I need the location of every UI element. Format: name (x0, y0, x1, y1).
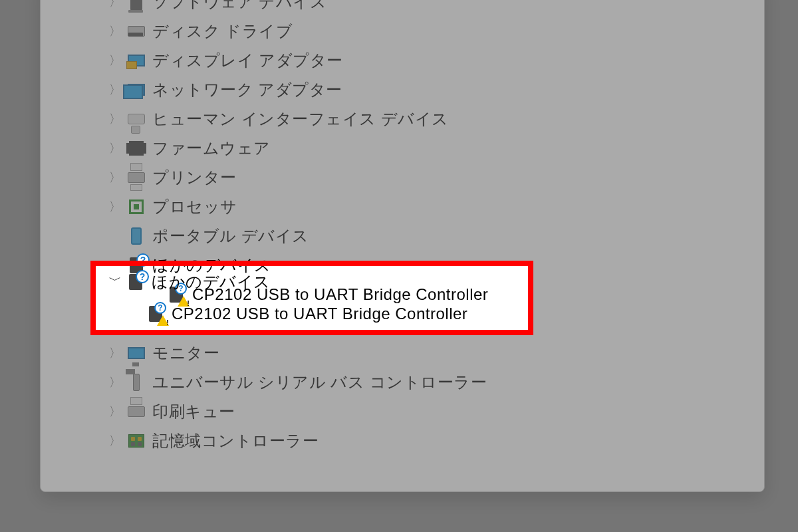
chevron-right-icon[interactable]: 〉 (107, 0, 123, 10)
tree-item-display-adapters[interactable]: 〉 ディスプレイ アダプター (47, 46, 757, 75)
printer-icon (127, 168, 146, 187)
tree-item-cp2102-hl[interactable]: ! CP2102 USB to UART Bridge Controller (96, 298, 528, 330)
tree-item-disk-drives[interactable]: 〉 ディスク ドライブ (47, 17, 757, 46)
tree-item-label: 記憶域コントローラー (152, 430, 319, 452)
chevron-down-icon[interactable]: 〉 (106, 274, 122, 290)
storage-controller-icon (127, 432, 146, 450)
tree-item-label: ディスク ドライブ (152, 21, 293, 42)
device-tree[interactable]: 〉 ソフトウェア デバイス 〉 ディスク ドライブ 〉 ディスプレイ アダプター… (41, 0, 764, 469)
tree-item-software-devices[interactable]: 〉 ソフトウェア デバイス (47, 0, 757, 17)
chevron-right-icon[interactable]: 〉 (107, 53, 123, 68)
tree-item-label: ソフトウェア デバイス (152, 0, 327, 13)
disk-drive-icon (127, 22, 146, 41)
chevron-right-icon[interactable]: 〉 (107, 82, 123, 98)
tree-item-label: ヒューマン インターフェイス デバイス (152, 108, 449, 130)
portable-device-icon (127, 227, 146, 245)
tree-item-label: ネットワーク アダプター (152, 79, 342, 100)
tree-item-label: 印刷キュー (152, 401, 235, 422)
tree-item-storage-controllers[interactable]: 〉 記憶域コントローラー (47, 426, 757, 456)
software-device-icon (127, 0, 146, 11)
processor-icon (127, 198, 146, 216)
tree-item-monitors[interactable]: 〉 モニター (47, 338, 757, 368)
display-adapter-icon (127, 51, 146, 70)
tree-item-firmware[interactable]: 〉 ファームウェア (47, 134, 757, 163)
hid-icon (127, 110, 146, 128)
chevron-right-icon[interactable]: 〉 (107, 199, 123, 215)
tree-item-label: プロセッサ (152, 196, 237, 217)
network-adapter-icon (127, 80, 146, 99)
chevron-right-icon[interactable]: 〉 (107, 404, 123, 420)
tree-item-printers[interactable]: 〉 プリンター (47, 163, 757, 192)
other-devices-icon (126, 273, 145, 291)
unknown-device-warning-icon: ! (146, 305, 165, 323)
chevron-right-icon[interactable]: 〉 (107, 345, 123, 361)
tree-item-label: ポータブル デバイス (152, 225, 309, 247)
chevron-right-icon[interactable]: 〉 (107, 111, 123, 127)
chevron-right-icon[interactable]: 〉 (107, 433, 123, 449)
chevron-right-icon[interactable]: 〉 (107, 374, 123, 390)
tree-item-network-adapters[interactable]: 〉 ネットワーク アダプター (47, 75, 757, 104)
tree-item-usb-controllers[interactable]: 〉 ユニバーサル シリアル バス コントローラー (47, 368, 757, 397)
tree-item-other-devices-hl[interactable]: 〉 ほかのデバイス (96, 266, 528, 298)
tree-item-processors[interactable]: 〉 プロセッサ (47, 192, 757, 221)
tree-item-print-queues[interactable]: 〉 印刷キュー (47, 397, 757, 426)
tree-item-label: ファームウェア (152, 138, 271, 159)
usb-controller-icon (127, 373, 146, 392)
tree-item-label: ディスプレイ アダプター (152, 50, 343, 71)
device-manager-window: 〉 ソフトウェア デバイス 〉 ディスク ドライブ 〉 ディスプレイ アダプター… (40, 0, 765, 492)
tree-item-label: CP2102 USB to UART Bridge Controller (172, 305, 467, 323)
tree-item-hid[interactable]: 〉 ヒューマン インターフェイス デバイス (47, 104, 757, 134)
print-queue-icon (127, 402, 146, 421)
tree-item-label: ほかのデバイス (152, 271, 271, 293)
chevron-right-icon[interactable]: 〉 (107, 140, 123, 156)
chevron-right-icon[interactable]: 〉 (107, 170, 123, 186)
tree-item-label: モニター (152, 342, 219, 364)
tree-item-label: ユニバーサル シリアル バス コントローラー (152, 372, 487, 393)
highlight-content: 〉 ほかのデバイス ! CP2102 USB to UART Bridge Co… (96, 266, 528, 330)
tree-item-portable-devices[interactable]: 〉 ポータブル デバイス (47, 221, 757, 251)
monitor-icon (127, 344, 146, 362)
tree-item-label: プリンター (152, 167, 237, 188)
chevron-right-icon[interactable]: 〉 (107, 23, 123, 39)
firmware-icon (127, 139, 146, 158)
